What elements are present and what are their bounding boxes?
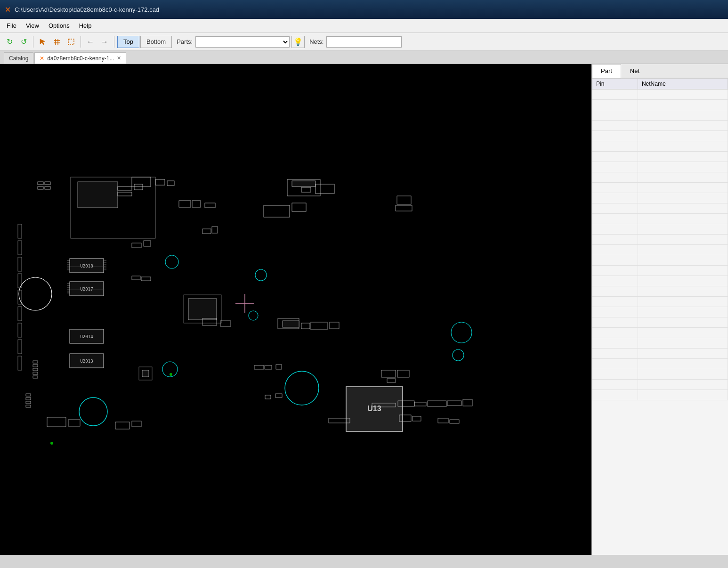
table-row	[592, 203, 728, 214]
menu-help[interactable]: Help	[74, 20, 97, 31]
cursor-button[interactable]	[36, 36, 49, 48]
back-button[interactable]: ←	[84, 36, 97, 48]
table-row	[592, 317, 728, 328]
menu-options[interactable]: Options	[44, 20, 74, 31]
table-row	[592, 297, 728, 307]
table-row	[592, 172, 728, 183]
table-row	[592, 100, 728, 110]
svg-point-103	[50, 442, 53, 445]
tab-catalog-label: Catalog	[9, 55, 28, 62]
svg-rect-76	[142, 370, 149, 377]
col-netname: NetName	[638, 79, 728, 89]
toolbar-sep-2	[81, 36, 81, 48]
svg-rect-5	[68, 39, 74, 45]
table-row	[592, 152, 728, 162]
nets-input[interactable]	[326, 36, 402, 48]
tab-file-icon: ✕	[40, 55, 44, 62]
table-row	[592, 328, 728, 338]
bulb-button[interactable]: 💡	[291, 36, 305, 48]
window-title: C:\Users\Ad\Desktop\da0z8emb8c0-c-kenny-…	[15, 6, 159, 13]
forward-button[interactable]: →	[98, 36, 111, 48]
table-row	[592, 349, 728, 359]
right-panel: Part Net Pin NetName	[591, 64, 728, 555]
table-row	[592, 183, 728, 193]
right-tab-net[interactable]: Net	[621, 64, 648, 78]
menu-file[interactable]: File	[2, 20, 21, 31]
layer-bottom-button[interactable]: Bottom	[140, 36, 172, 48]
table-row	[592, 276, 728, 286]
undo-button[interactable]: ↺	[17, 36, 30, 48]
tab-bar: Catalog ✕ da0z8emb8c0-c-kenny-1... ✕	[0, 51, 728, 64]
svg-rect-16	[292, 181, 315, 187]
tab-file[interactable]: ✕ da0z8emb8c0-c-kenny-1... ✕	[34, 52, 126, 64]
status-bar	[0, 555, 728, 568]
menu-bar: File View Options Help	[0, 19, 728, 33]
layer-top-button[interactable]: Top	[117, 36, 139, 48]
svg-rect-19	[78, 182, 118, 208]
table-row	[592, 214, 728, 224]
table-row	[592, 255, 728, 266]
svg-rect-6	[0, 64, 591, 555]
table-row	[592, 110, 728, 121]
table-row	[592, 338, 728, 349]
grid-button[interactable]	[50, 36, 64, 48]
table-row	[592, 131, 728, 141]
parts-label: Parts:	[177, 38, 193, 45]
toolbar-sep-1	[33, 36, 33, 48]
tab-catalog[interactable]: Catalog	[4, 52, 33, 64]
toolbar-sep-3	[114, 36, 114, 48]
table-row	[592, 89, 728, 100]
table-row	[592, 390, 728, 400]
menu-view[interactable]: View	[21, 20, 44, 31]
right-panel-table: Pin NetName	[592, 78, 728, 555]
title-bar: ✕ C:\Users\Ad\Desktop\da0z8emb8c0-c-kenn…	[0, 0, 728, 19]
table-row	[592, 369, 728, 380]
select-button[interactable]	[65, 36, 78, 48]
nets-label: Nets:	[309, 38, 324, 45]
table-row	[592, 359, 728, 369]
svg-text:U2013: U2013	[80, 359, 93, 364]
toolbar: ↻ ↺ ← → Top Bottom Parts: 💡 Nets:	[0, 33, 728, 51]
table-row	[592, 193, 728, 203]
app-icon: ✕	[5, 5, 11, 14]
table-row	[592, 245, 728, 255]
tab-close-button[interactable]: ✕	[117, 55, 121, 61]
svg-point-102	[170, 373, 172, 376]
tab-file-label: da0z8emb8c0-c-kenny-1...	[47, 55, 114, 62]
svg-marker-0	[40, 39, 45, 45]
table-row	[592, 141, 728, 152]
col-pin: Pin	[592, 79, 638, 89]
table-row	[592, 224, 728, 235]
table-row	[592, 235, 728, 245]
table-row	[592, 307, 728, 317]
svg-rect-61	[188, 299, 217, 320]
table-row	[592, 162, 728, 172]
svg-text:U2018: U2018	[80, 264, 93, 268]
table-row	[592, 380, 728, 390]
right-tab-part[interactable]: Part	[592, 64, 621, 78]
svg-text:U13: U13	[367, 405, 381, 413]
parts-dropdown[interactable]	[195, 36, 290, 48]
right-table-body	[592, 89, 728, 400]
part-table: Pin NetName	[592, 78, 728, 400]
svg-rect-65	[283, 321, 299, 327]
board-area: U2018 U2017 U2014 U2013 U13	[0, 64, 591, 555]
refresh-button[interactable]: ↻	[3, 36, 16, 48]
main-content: U2018 U2017 U2014 U2013 U13	[0, 64, 728, 555]
table-row	[592, 286, 728, 297]
svg-text:U2014: U2014	[80, 334, 93, 339]
table-row	[592, 266, 728, 276]
pcb-svg: U2018 U2017 U2014 U2013 U13	[0, 64, 591, 555]
right-panel-tabs: Part Net	[592, 64, 728, 78]
pcb-canvas[interactable]: U2018 U2017 U2014 U2013 U13	[0, 64, 591, 555]
table-row	[592, 121, 728, 131]
